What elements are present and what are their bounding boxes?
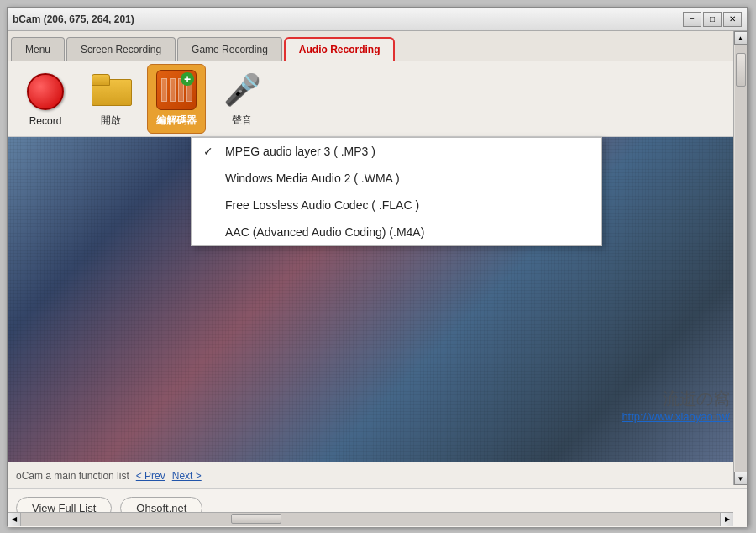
hscroll-left-arrow[interactable]: ◀: [8, 513, 21, 526]
watermark-area: 流逝の窩 http://www.xiaoyao.tw/: [622, 388, 730, 423]
dropdown-item-wma[interactable]: Windows Media Audio 2 ( .WMA ): [192, 165, 601, 192]
vscroll-down-arrow[interactable]: ▼: [734, 472, 748, 485]
record-label: Record: [29, 115, 62, 127]
close-button[interactable]: ✕: [723, 12, 742, 27]
window-controls: − □ ✕: [683, 12, 742, 27]
minimize-button[interactable]: −: [683, 12, 701, 27]
folder-icon: [91, 70, 131, 110]
check-icon: ✓: [203, 145, 213, 158]
mic-icon: 🎤: [222, 70, 262, 110]
main-content: Menu Screen Recording Game Recording Aud…: [8, 31, 747, 527]
main-window: bCam (206, 675, 264, 201) − □ ✕ Menu Scr…: [7, 7, 748, 526]
dropdown-item-aac[interactable]: AAC (Advanced Audio Coding) (.M4A): [192, 219, 601, 245]
mp3-label: MPEG audio layer 3 ( .MP3 ): [225, 145, 375, 158]
toolbar: Record 開啟: [8, 61, 747, 137]
vscroll-thumb[interactable]: [736, 53, 746, 87]
wma-label: Windows Media Audio 2 ( .WMA ): [225, 172, 400, 185]
tab-audio-recording[interactable]: Audio Recording: [284, 37, 396, 61]
dropdown-item-flac[interactable]: Free Lossless Audio Codec ( .FLAC ): [192, 192, 601, 219]
horizontal-scrollbar[interactable]: ◀ ▶: [8, 512, 733, 525]
tab-screen-recording[interactable]: Screen Recording: [66, 37, 176, 61]
hscroll-thumb[interactable]: [231, 514, 281, 524]
codec-label: 編解碼器: [156, 113, 197, 128]
audio-button[interactable]: 🎤 聲音: [213, 65, 271, 133]
codec-dropdown: ✓ MPEG audio layer 3 ( .MP3 ) Windows Me…: [191, 137, 602, 246]
open-button[interactable]: 開啟: [81, 65, 140, 133]
tabbar: Menu Screen Recording Game Recording Aud…: [8, 31, 747, 61]
aac-label: AAC (Advanced Audio Coding) (.M4A): [225, 225, 424, 239]
watermark-cn-text: 流逝の窩: [622, 388, 730, 410]
dropdown-item-mp3[interactable]: ✓ MPEG audio layer 3 ( .MP3 ): [192, 138, 601, 165]
record-icon: [25, 71, 66, 112]
codec-button[interactable]: 編解碼器: [147, 64, 206, 134]
record-button[interactable]: Record: [16, 66, 75, 132]
titlebar: bCam (206, 675, 264, 201) − □ ✕: [8, 8, 747, 31]
tab-menu[interactable]: Menu: [11, 37, 65, 61]
maximize-button[interactable]: □: [703, 12, 722, 27]
hscroll-track[interactable]: [21, 513, 720, 526]
open-label: 開啟: [101, 113, 121, 128]
vscroll-up-arrow[interactable]: ▲: [734, 31, 748, 45]
bottom-nav: oCam a main function list < Prev Next >: [8, 462, 747, 488]
tab-game-recording[interactable]: Game Recording: [177, 37, 282, 61]
nav-text: oCam a main function list: [16, 470, 129, 482]
watermark-url[interactable]: http://www.xiaoyao.tw/: [622, 410, 730, 423]
vertical-scrollbar[interactable]: ▲ ▼: [733, 31, 747, 485]
prev-link[interactable]: < Prev: [136, 470, 165, 482]
flac-label: Free Lossless Audio Codec ( .FLAC ): [225, 198, 419, 212]
vscroll-track[interactable]: [735, 45, 747, 472]
window-title: bCam (206, 675, 264, 201): [13, 13, 134, 25]
hscroll-right-arrow[interactable]: ▶: [720, 513, 733, 526]
codec-icon: [156, 70, 197, 110]
next-link[interactable]: Next >: [172, 470, 202, 482]
content-container: Menu Screen Recording Game Recording Aud…: [8, 31, 747, 527]
audio-label: 聲音: [232, 113, 252, 128]
